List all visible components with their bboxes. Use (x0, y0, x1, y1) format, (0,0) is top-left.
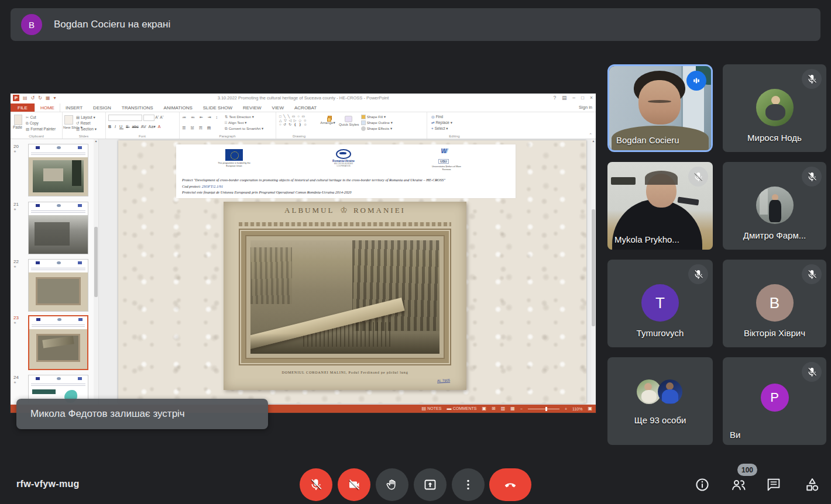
find-button[interactable]: Find (436, 115, 443, 119)
tab-view[interactable]: VIEW (267, 103, 289, 112)
participant-tile-viktoria[interactable]: B Вікторія Хіврич (723, 260, 826, 347)
bold-button[interactable]: B (108, 125, 112, 129)
tab-home[interactable]: HOME (35, 103, 60, 112)
text-direction-button[interactable]: Text Direction (229, 115, 250, 119)
tab-insert[interactable]: INSERT (60, 103, 88, 112)
reset-button[interactable]: Reset (80, 121, 90, 125)
project-line-3: Proiectul este finanțat de Uniunea Europ… (182, 190, 512, 194)
meeting-details-button[interactable] (694, 477, 710, 493)
tab-animations[interactable]: ANIMATIONS (159, 103, 198, 112)
layout-button[interactable]: Layout (81, 115, 92, 119)
paste-button[interactable]: Paste (13, 125, 22, 129)
sign-in-link[interactable]: Sign in (579, 105, 592, 110)
shape-outline-button[interactable]: Shape Outline (367, 120, 390, 125)
copy-button[interactable]: Copy (30, 121, 39, 125)
participant-avatar (756, 187, 794, 224)
list-indent-icons[interactable]: ≔ ≕ ⇤ ⇥ ↕ (182, 115, 219, 120)
participant-tile-mykola[interactable]: Mykola Prykho... (607, 162, 713, 250)
paste-icon[interactable] (14, 115, 22, 125)
editor-scrollbar[interactable]: ▲ (591, 139, 596, 405)
tab-design[interactable]: DESIGN (88, 103, 116, 112)
clear-formatting-button[interactable]: abc (132, 125, 139, 129)
format-painter-button[interactable]: Format Painter (30, 127, 56, 131)
participant-tile-tymurovych[interactable]: T Tymurovych (607, 260, 713, 347)
cut-button[interactable]: Cut (30, 115, 36, 119)
slide-thumbnail-20[interactable] (28, 144, 88, 196)
more-options-button[interactable] (452, 468, 485, 501)
help-button[interactable]: ? (553, 95, 556, 101)
slide-thumbnail-21[interactable] (28, 202, 88, 254)
zoom-level[interactable]: 110% (572, 407, 582, 411)
new-slide-icon[interactable] (64, 115, 73, 125)
convert-smartart-button[interactable]: Convert to SmartArt (229, 126, 261, 130)
shape-effects-icon (361, 126, 366, 131)
slide-sorter-icon[interactable]: ⊞ (492, 406, 496, 411)
current-slide[interactable]: This programme is funded by the European… (118, 140, 586, 403)
save-icon[interactable]: ▤ (23, 95, 28, 101)
close-button[interactable]: × (590, 95, 593, 101)
quick-styles-icon[interactable] (345, 116, 352, 122)
restore-button[interactable]: □ (581, 95, 584, 101)
collapse-ribbon-icon[interactable]: ⌃ (589, 133, 592, 137)
zoom-slider[interactable] (528, 409, 559, 409)
shape-fill-button[interactable]: Shape Fill (367, 115, 383, 119)
font-name-box[interactable] (108, 115, 142, 121)
slide-thumbnail-22[interactable] (28, 259, 88, 312)
reading-view-icon[interactable]: ▥ (501, 406, 506, 411)
participant-tile-you[interactable]: P Ви (723, 357, 826, 445)
italic-button[interactable]: I (115, 125, 117, 129)
show-participants-button[interactable] (730, 477, 747, 493)
tab-file[interactable]: FILE (11, 103, 35, 112)
ppt-quick-access-toolbar[interactable]: P ▤ ↺ ↻ ▦ ▾ (13, 95, 56, 101)
slide-thumbnail-23-selected[interactable] (28, 315, 88, 370)
camera-toggle-button[interactable] (338, 468, 370, 501)
scroll-up-icon[interactable]: ▲ (591, 139, 596, 143)
tab-acrobat[interactable]: ACROBAT (289, 103, 322, 112)
customize-qat-icon[interactable]: ▾ (54, 95, 56, 101)
strikethrough-button[interactable]: S (126, 125, 130, 129)
minimize-button[interactable]: – (572, 95, 575, 101)
ribbon-options-button[interactable]: ▤ (562, 95, 566, 101)
raise-hand-button[interactable] (376, 468, 408, 501)
shape-gallery-icons[interactable]: □ ╲ ╲ ▭ ○ ▭△ ▽ ◁ ▷ ◇ ☆○ ↺ ↻ ❴ ❵ ☆ (279, 115, 307, 127)
quick-styles-button[interactable]: Quick Styles (339, 122, 359, 126)
mic-toggle-button[interactable] (300, 468, 332, 501)
alignment-icons[interactable]: ☰ ☱ ☴ ▤ (182, 126, 212, 130)
tab-slideshow[interactable]: SLIDE SHOW (198, 103, 238, 112)
grow-shrink-font-icons[interactable]: Aˆ Aˇ (155, 115, 163, 119)
activities-button[interactable] (804, 477, 820, 493)
zoom-out-button[interactable]: − (520, 407, 523, 411)
redo-icon[interactable]: ↻ (38, 95, 42, 101)
undo-icon[interactable]: ↺ (31, 95, 35, 101)
chat-button[interactable] (765, 477, 782, 493)
tab-transitions[interactable]: TRANSITIONS (116, 103, 159, 112)
replace-button[interactable]: Replace (435, 120, 449, 125)
slideshow-icon[interactable]: ▦ (510, 406, 515, 411)
participant-tile-dmytro[interactable]: Дмитро Фарм... (723, 162, 826, 250)
participant-tile-others[interactable]: Ще 93 особи (607, 357, 713, 445)
underline-button[interactable]: U (119, 125, 123, 129)
change-case-icon[interactable]: Aa▾ (149, 125, 156, 129)
mic-off-icon (802, 362, 822, 382)
tab-review[interactable]: REVIEW (238, 103, 267, 112)
notes-button[interactable]: NOTES (427, 406, 441, 410)
normal-view-icon[interactable]: ▣ (482, 406, 486, 411)
font-color-icon[interactable]: A (158, 125, 161, 129)
select-button[interactable]: Select (435, 126, 445, 130)
fit-to-window-icon[interactable]: ▣ (588, 406, 592, 411)
start-slideshow-icon[interactable]: ▦ (46, 95, 50, 101)
align-text-button[interactable]: Align Text (228, 120, 244, 125)
participant-tile-bogdan[interactable]: Bogdan Cocieru (607, 64, 713, 152)
font-size-box[interactable] (143, 115, 154, 121)
zoom-in-button[interactable]: + (565, 407, 567, 411)
participant-tile-myrosia[interactable]: Мирося Нодь (723, 64, 826, 152)
scroll-up-icon[interactable]: ▲ (94, 139, 98, 143)
section-button[interactable]: Section (81, 127, 94, 131)
present-screen-button[interactable] (414, 468, 447, 501)
arrange-icon[interactable] (325, 116, 330, 120)
comments-button[interactable]: COMMENTS (453, 406, 477, 410)
thumbnail-scrollbar[interactable]: ▲ (94, 139, 98, 405)
shape-effects-button[interactable]: Shape Effects (367, 126, 389, 130)
character-spacing-icon[interactable]: AV (141, 125, 146, 129)
leave-call-button[interactable] (489, 468, 531, 501)
